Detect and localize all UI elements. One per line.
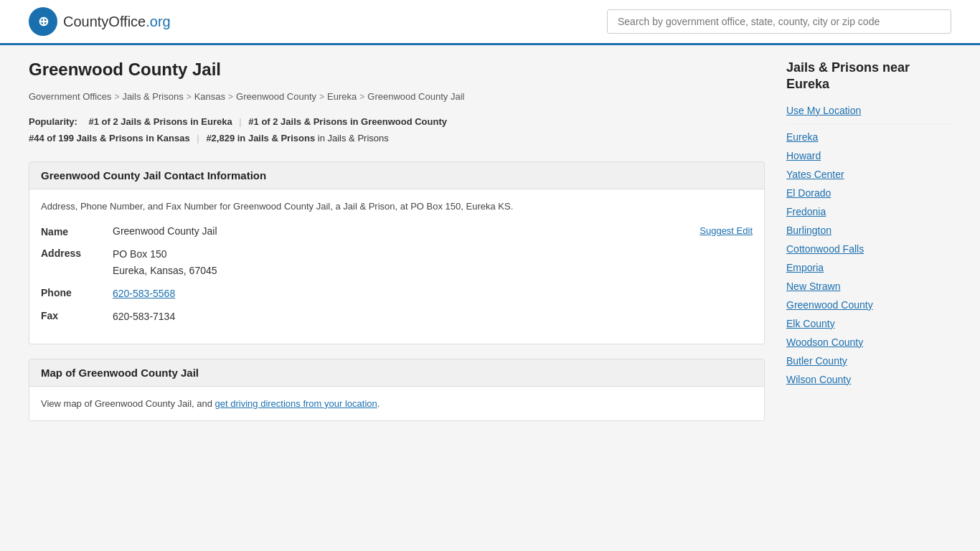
fax-label: Fax [41, 309, 113, 321]
sidebar-link-el-dorado[interactable]: El Dorado [786, 187, 951, 199]
logo-text: CountyOffice.org [63, 14, 171, 30]
phone-row: Phone 620-583-5568 [41, 286, 753, 301]
breadcrumb-eureka[interactable]: Eureka [327, 91, 357, 102]
contact-section-header: Greenwood County Jail Contact Informatio… [29, 162, 764, 189]
sidebar-link-emporia[interactable]: Emporia [786, 262, 951, 273]
fax-row: Fax 620-583-7134 [41, 309, 753, 324]
sidebar-link-use-my-location[interactable]: Use My Location [786, 105, 951, 116]
header: ⊕ CountyOffice.org [0, 0, 980, 45]
driving-directions-link[interactable]: get driving directions from your locatio… [215, 398, 377, 409]
sidebar-link-elk-county[interactable]: Elk County [786, 318, 951, 329]
suggest-edit-link[interactable]: Suggest Edit [699, 225, 753, 236]
contact-description: Address, Phone Number, and Fax Number fo… [41, 201, 753, 212]
popularity-stat2: #1 of 2 Jails & Prisons in Greenwood Cou… [248, 116, 447, 127]
address-row: Address PO Box 150 Eureka, Kansas, 67045 [41, 246, 753, 278]
map-description: View map of Greenwood County Jail, and g… [41, 398, 753, 409]
popularity-stat3: #44 of 199 Jails & Prisons in Kansas [29, 133, 190, 143]
sidebar-link-yates-center[interactable]: Yates Center [786, 169, 951, 180]
logo-icon: ⊕ [29, 7, 57, 36]
sidebar: Jails & Prisons near Eureka Use My Locat… [786, 60, 951, 435]
breadcrumb-kansas[interactable]: Kansas [194, 91, 225, 102]
main-content: Greenwood County Jail Government Offices… [29, 60, 765, 435]
sidebar-link-burlington[interactable]: Burlington [786, 225, 951, 236]
popularity-section: Popularity: #1 of 2 Jails & Prisons in E… [29, 113, 765, 147]
phone-label: Phone [41, 286, 113, 298]
sidebar-link-greenwood-county[interactable]: Greenwood County [786, 299, 951, 311]
name-value: Greenwood County Jail [113, 223, 699, 239]
sidebar-link-fredonia[interactable]: Fredonia [786, 206, 951, 217]
breadcrumb: Government Offices > Jails & Prisons > K… [29, 91, 765, 102]
sidebar-link-butler-county[interactable]: Butler County [786, 355, 951, 367]
contact-section-body: Address, Phone Number, and Fax Number fo… [29, 189, 764, 344]
logo-area: ⊕ CountyOffice.org [29, 7, 171, 36]
address-line2: Eureka, Kansas, 67045 [113, 263, 753, 278]
address-label: Address [41, 246, 113, 259]
popularity-label: Popularity: [29, 116, 77, 127]
sidebar-link-howard[interactable]: Howard [786, 150, 951, 161]
address-value: PO Box 150 Eureka, Kansas, 67045 [113, 246, 753, 278]
map-section-body: View map of Greenwood County Jail, and g… [29, 387, 764, 420]
fax-value: 620-583-7134 [113, 309, 753, 324]
phone-value: 620-583-5568 [113, 286, 753, 301]
page-title: Greenwood County Jail [29, 60, 765, 80]
popularity-stat4-label: in Jails & Prisons [318, 133, 389, 143]
sidebar-link-eureka[interactable]: Eureka [786, 131, 951, 143]
breadcrumb-current[interactable]: Greenwood County Jail [367, 91, 464, 102]
contact-section: Greenwood County Jail Contact Informatio… [29, 161, 765, 344]
breadcrumb-greenwood-county[interactable]: Greenwood County [236, 91, 316, 102]
page-wrapper: Greenwood County Jail Government Offices… [0, 45, 980, 450]
breadcrumb-government-offices[interactable]: Government Offices [29, 91, 111, 102]
map-section-header: Map of Greenwood County Jail [29, 359, 764, 387]
sidebar-link-cottonwood-falls[interactable]: Cottonwood Falls [786, 243, 951, 255]
sidebar-link-new-strawn[interactable]: New Strawn [786, 281, 951, 292]
name-label: Name [41, 225, 113, 237]
sidebar-divider [786, 123, 951, 124]
sidebar-title: Jails & Prisons near Eureka [786, 60, 951, 93]
breadcrumb-jails-prisons[interactable]: Jails & Prisons [122, 91, 183, 102]
popularity-stat4: #2,829 in Jails & Prisons [206, 133, 315, 143]
phone-link[interactable]: 620-583-5568 [113, 288, 175, 299]
popularity-stat1: #1 of 2 Jails & Prisons in Eureka [89, 116, 232, 127]
map-section: Map of Greenwood County Jail View map of… [29, 359, 765, 421]
search-input[interactable] [607, 9, 951, 34]
sidebar-link-wilson-county[interactable]: Wilson County [786, 374, 951, 385]
address-line1: PO Box 150 [113, 246, 753, 262]
name-row: Name Greenwood County Jail Suggest Edit [41, 223, 753, 239]
sidebar-link-woodson-county[interactable]: Woodson County [786, 336, 951, 348]
